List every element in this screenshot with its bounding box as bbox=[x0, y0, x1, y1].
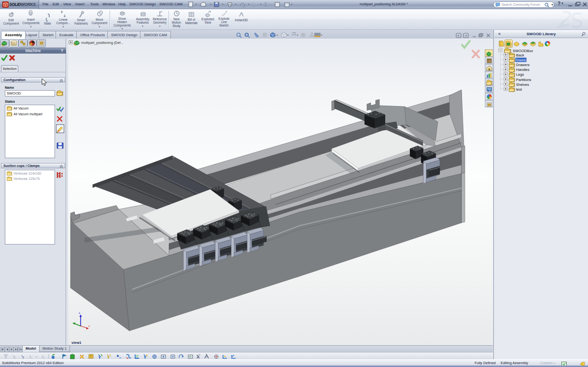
svg-text:Doors: Doors bbox=[516, 58, 526, 62]
svg-text:SWOODBox: SWOODBox bbox=[513, 49, 533, 53]
svg-text:Partitions: Partitions bbox=[516, 78, 532, 82]
svg-text:Legs: Legs bbox=[516, 72, 524, 77]
svg-text:view1: view1 bbox=[71, 340, 81, 345]
svg-text:test: test bbox=[516, 87, 522, 92]
svg-text:Handles: Handles bbox=[516, 68, 530, 72]
svg-text:multipart_positioning (Def...: multipart_positioning (Def... bbox=[81, 41, 124, 45]
svg-text:z: z bbox=[79, 312, 80, 314]
svg-text:x: x bbox=[88, 325, 90, 327]
svg-text:Shelves: Shelves bbox=[516, 82, 529, 87]
svg-text:Drawers: Drawers bbox=[516, 63, 530, 67]
svg-text:Back: Back bbox=[516, 53, 524, 57]
